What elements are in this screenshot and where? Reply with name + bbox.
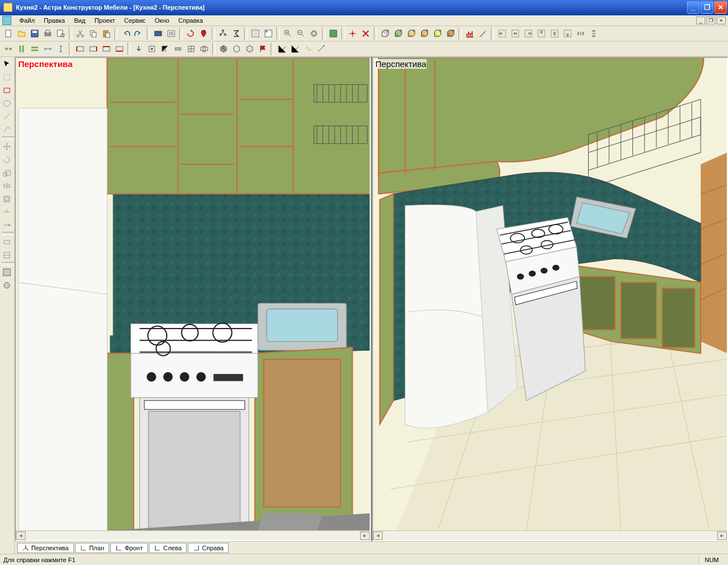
redo-icon[interactable] <box>133 27 145 40</box>
align-middle-icon[interactable] <box>548 27 561 40</box>
menu-project[interactable]: Проект <box>90 16 119 25</box>
box6-icon[interactable] <box>444 27 457 40</box>
dim-h-icon[interactable] <box>42 43 54 55</box>
box2-icon[interactable] <box>392 27 404 40</box>
menu-window[interactable]: Окно <box>150 16 174 25</box>
scroll-right-icon[interactable]: ► <box>360 531 370 540</box>
dim1-icon[interactable] <box>1 236 13 248</box>
tool-b-icon[interactable] <box>159 43 171 55</box>
align-left-icon[interactable] <box>496 27 508 40</box>
split-h-icon[interactable] <box>28 43 41 55</box>
render-icon[interactable] <box>327 27 340 40</box>
menu-view[interactable]: Вид <box>69 16 90 25</box>
rotate-tool-icon[interactable] <box>1 153 13 166</box>
document-icon[interactable] <box>2 16 11 25</box>
chart-icon[interactable] <box>464 27 476 40</box>
menu-service[interactable]: Сервис <box>119 16 150 25</box>
tree-icon[interactable] <box>217 27 229 40</box>
print-icon[interactable] <box>42 27 54 40</box>
box3-icon[interactable] <box>405 27 417 40</box>
graph2-icon[interactable] <box>289 43 301 55</box>
draw-curve-icon[interactable] <box>1 123 13 136</box>
tool-c-icon[interactable] <box>172 43 184 55</box>
scroll-right-icon[interactable]: ► <box>717 531 727 540</box>
split-v-icon[interactable] <box>15 43 28 55</box>
extend-icon[interactable] <box>1 219 13 231</box>
zoom-fit-icon[interactable] <box>308 27 320 40</box>
edge3-icon[interactable] <box>100 43 113 55</box>
distribute-v-icon[interactable] <box>588 27 600 40</box>
tab-left[interactable]: Слева <box>149 543 187 553</box>
tool-e-icon[interactable] <box>198 43 210 55</box>
join-icon[interactable] <box>2 43 15 55</box>
point-snap-icon[interactable] <box>346 27 359 40</box>
tool-d-icon[interactable] <box>185 43 197 55</box>
rotate-icon[interactable] <box>184 27 197 40</box>
select-rect-icon[interactable] <box>1 71 13 84</box>
tab-right[interactable]: Справа <box>188 543 229 553</box>
box4-icon[interactable] <box>418 27 431 40</box>
graph3-icon[interactable] <box>302 43 315 55</box>
align-bottom-icon[interactable] <box>561 27 574 40</box>
dim-v-icon[interactable] <box>55 43 67 55</box>
box1-icon[interactable] <box>379 27 391 40</box>
tool-a-icon[interactable] <box>146 43 158 55</box>
sum-icon[interactable] <box>230 27 242 40</box>
dim2-icon[interactable] <box>1 249 13 261</box>
offset-icon[interactable] <box>1 193 13 205</box>
print-preview-icon[interactable] <box>55 27 67 40</box>
graph1-icon[interactable] <box>276 43 288 55</box>
pointer-icon[interactable] <box>1 58 13 70</box>
draw-circle-icon[interactable] <box>1 97 13 110</box>
align-top-icon[interactable] <box>535 27 548 40</box>
zoom-in-icon[interactable] <box>282 27 294 40</box>
cut-icon[interactable] <box>74 27 86 40</box>
save-icon[interactable] <box>28 27 41 40</box>
panel-icon[interactable] <box>152 27 164 40</box>
new-icon[interactable] <box>2 27 15 40</box>
minimize-button[interactable]: _ <box>687 1 700 14</box>
edge4-icon[interactable] <box>113 43 126 55</box>
edge1-icon[interactable] <box>74 43 86 55</box>
properties-icon[interactable] <box>249 27 262 40</box>
edge2-icon[interactable] <box>87 43 100 55</box>
graph4-icon[interactable] <box>315 43 328 55</box>
paste-icon[interactable] <box>100 27 113 40</box>
box5-icon[interactable] <box>431 27 444 40</box>
measure-icon[interactable] <box>477 27 489 40</box>
tab-plan[interactable]: План <box>75 543 110 553</box>
location-icon[interactable] <box>197 27 210 40</box>
mdi-close-button[interactable]: × <box>717 16 726 24</box>
trim-icon[interactable] <box>1 206 13 218</box>
viewport-right[interactable]: Перспектива <box>372 57 728 541</box>
arrow-down-icon[interactable] <box>133 43 145 55</box>
flag-icon[interactable] <box>257 43 269 55</box>
viewport-left[interactable]: Перспектива <box>15 57 371 541</box>
viewport-left-hscrollbar[interactable]: ◄ ► <box>16 530 370 540</box>
mdi-minimize-button[interactable]: _ <box>696 16 705 24</box>
draw-line-icon[interactable] <box>1 110 13 123</box>
tab-perspective[interactable]: Перспектива <box>17 543 74 553</box>
scale-icon[interactable] <box>1 167 13 179</box>
mdi-restore-button[interactable]: ❐ <box>706 16 715 24</box>
cube2-icon[interactable] <box>230 43 243 55</box>
move-icon[interactable] <box>1 140 13 153</box>
undo-icon[interactable] <box>119 27 132 40</box>
draw-rect-icon[interactable] <box>1 84 13 97</box>
viewport-right-hscrollbar[interactable]: ◄ ► <box>373 530 727 540</box>
cube1-icon[interactable] <box>217 43 230 55</box>
tab-front[interactable]: Фронт <box>110 543 148 553</box>
list-icon[interactable] <box>262 27 275 40</box>
render2-icon[interactable] <box>1 279 13 292</box>
copy-icon[interactable] <box>87 27 100 40</box>
menu-help[interactable]: Справка <box>174 16 208 25</box>
menu-edit[interactable]: Правка <box>39 16 69 25</box>
align-center-h-icon[interactable] <box>509 27 522 40</box>
open-icon[interactable] <box>15 27 28 40</box>
maximize-button[interactable]: ❐ <box>701 1 713 14</box>
cube3-icon[interactable] <box>243 43 256 55</box>
distribute-h-icon[interactable] <box>574 27 587 40</box>
settings-icon[interactable] <box>165 27 177 40</box>
menu-file[interactable]: Файл <box>15 16 39 25</box>
mirror-icon[interactable] <box>1 180 13 192</box>
